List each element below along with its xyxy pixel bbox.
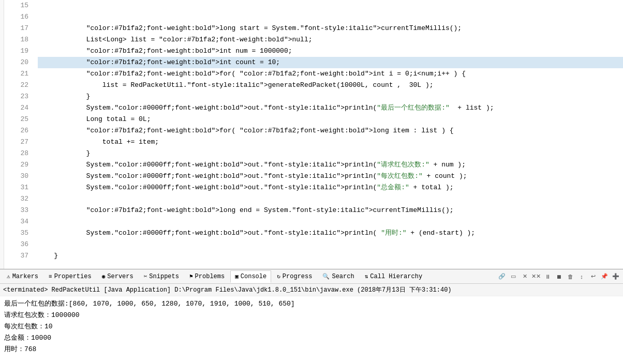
tab-callhierarchy[interactable]: ⇅Call Hierarchy bbox=[360, 270, 427, 283]
panel-toolbar: 🔗▭✕✕✕⏸⏹🗑↕↩📌➕ bbox=[428, 271, 621, 282]
clear-button[interactable]: 🗑 bbox=[565, 271, 575, 282]
bottom-panel: ⚠Markers≡Properties◉Servers✂Snippets⚑Pro… bbox=[0, 269, 623, 364]
code-line-35: System."color:#0000ff;font-weight:bold">… bbox=[38, 228, 623, 239]
line-number-25: 25 bbox=[4, 114, 28, 125]
snippets-tab-label: Snippets bbox=[149, 273, 179, 280]
tab-problems[interactable]: ⚑Problems bbox=[185, 270, 229, 283]
word-wrap-button[interactable]: ↩ bbox=[588, 271, 598, 282]
console-output-line: 每次红包数：10 bbox=[4, 321, 619, 332]
line-number-34: 34 bbox=[4, 216, 28, 228]
progress-tab-icon: ↻ bbox=[277, 273, 280, 280]
code-line-31: System."color:#0000ff;font-weight:bold">… bbox=[38, 182, 623, 193]
console-output-line: 最后一个红包的数据:[860, 1070, 1000, 650, 1280, 1… bbox=[4, 298, 619, 310]
console-tab-label: Console bbox=[241, 273, 266, 280]
line-number-~~ bbox=[4, 262, 28, 269]
snippets-tab-icon: ✂ bbox=[144, 273, 147, 280]
code-line-17: "color:#7b1fa2;font-weight:bold">long st… bbox=[38, 23, 623, 34]
new-console-button[interactable]: ➕ bbox=[611, 271, 621, 282]
code-line-22: list = RedPacketUtil."font-style:italic"… bbox=[38, 80, 623, 91]
code-line-36 bbox=[38, 239, 623, 250]
search-tab-icon: 🔍 bbox=[322, 273, 330, 280]
line-number-20: 20 bbox=[4, 57, 28, 68]
callhierarchy-tab-icon: ⇅ bbox=[365, 273, 368, 280]
markers-tab-icon: ⚠ bbox=[7, 273, 10, 280]
pin-button[interactable]: 📌 bbox=[599, 271, 610, 282]
code-line-30: System."color:#0000ff;font-weight:bold">… bbox=[38, 171, 623, 182]
close-console-button[interactable]: ✕ bbox=[520, 271, 530, 282]
console-output-line: 用时：768 bbox=[4, 344, 619, 355]
pause-button[interactable]: ⏸ bbox=[542, 271, 553, 282]
line-number-35: 35 bbox=[4, 228, 28, 239]
line-number-30: 30 bbox=[4, 171, 28, 182]
code-line-33: "color:#7b1fa2;font-weight:bold">long en… bbox=[38, 205, 623, 216]
line-number-31: 31 bbox=[4, 182, 28, 193]
line-number-15: 15 bbox=[4, 0, 28, 11]
servers-tab-label: Servers bbox=[107, 273, 133, 280]
callhierarchy-tab-label: Call Hierarchy bbox=[370, 273, 422, 280]
code-line-19: "color:#7b1fa2;font-weight:bold">int num… bbox=[38, 46, 623, 57]
line-number-37: 37 bbox=[4, 250, 28, 262]
console-header: <terminated> RedPacketUtil [Java Applica… bbox=[0, 284, 623, 296]
markers-tab-label: Markers bbox=[12, 273, 38, 280]
tab-search[interactable]: 🔍Search bbox=[318, 270, 359, 283]
progress-tab-label: Progress bbox=[283, 273, 313, 280]
code-line-21: "color:#7b1fa2;font-weight:bold">for( "c… bbox=[38, 68, 623, 80]
line-number-24: 24 bbox=[4, 102, 28, 114]
problems-tab-icon: ⚑ bbox=[189, 273, 193, 280]
link-button[interactable]: 🔗 bbox=[497, 271, 507, 282]
properties-tab-icon: ≡ bbox=[49, 274, 52, 280]
problems-tab-label: Problems bbox=[195, 273, 225, 280]
code-line-~~ bbox=[38, 262, 623, 269]
line-number-27: 27 bbox=[4, 136, 28, 148]
stop-button[interactable]: ⏹ bbox=[554, 271, 564, 282]
left-gutter bbox=[0, 0, 4, 269]
console-output-line: 总金额：10000 bbox=[4, 332, 619, 344]
line-number-32: 32 bbox=[4, 193, 28, 205]
servers-tab-icon: ◉ bbox=[102, 273, 106, 280]
tab-progress[interactable]: ↻Progress bbox=[272, 270, 317, 283]
code-line-32 bbox=[38, 193, 623, 205]
code-line-15 bbox=[38, 0, 623, 11]
tab-markers[interactable]: ⚠Markers bbox=[2, 270, 43, 283]
line-numbers: 1516171819202122232425262728293031323334… bbox=[4, 0, 33, 269]
editor-area: 1516171819202122232425262728293031323334… bbox=[0, 0, 623, 269]
code-line-24: System."color:#0000ff;font-weight:bold">… bbox=[38, 102, 623, 114]
code-line-27: total += item; bbox=[38, 136, 623, 148]
code-line-20: "color:#7b1fa2;font-weight:bold">int cou… bbox=[38, 57, 623, 68]
tab-properties[interactable]: ≡Properties bbox=[44, 270, 96, 283]
line-number-18: 18 bbox=[4, 34, 28, 46]
properties-tab-label: Properties bbox=[54, 273, 92, 280]
line-number-26: 26 bbox=[4, 125, 28, 136]
scroll-lock-button[interactable]: ↕ bbox=[576, 271, 587, 282]
console-tab-icon: ▣ bbox=[235, 273, 239, 280]
tab-servers[interactable]: ◉Servers bbox=[97, 270, 138, 283]
console-output: 最后一个红包的数据:[860, 1070, 1000, 650, 1280, 1… bbox=[0, 296, 623, 357]
line-number-16: 16 bbox=[4, 11, 28, 23]
code-content[interactable]: "color:#7b1fa2;font-weight:bold">long st… bbox=[33, 0, 623, 269]
code-line-26: "color:#7b1fa2;font-weight:bold">for( "c… bbox=[38, 125, 623, 136]
line-number-23: 23 bbox=[4, 91, 28, 102]
minimize-button[interactable]: ▭ bbox=[508, 271, 518, 282]
search-tab-label: Search bbox=[332, 273, 354, 280]
code-line-23: } bbox=[38, 91, 623, 102]
code-line-16 bbox=[38, 11, 623, 23]
line-number-29: 29 bbox=[4, 159, 28, 171]
close-all-button[interactable]: ✕✕ bbox=[531, 271, 541, 282]
tab-snippets[interactable]: ✂Snippets bbox=[139, 270, 184, 283]
code-line-34 bbox=[38, 216, 623, 228]
line-number-28: 28 bbox=[4, 148, 28, 159]
line-number-36: 36 bbox=[4, 239, 28, 250]
line-number-19: 19 bbox=[4, 46, 28, 57]
code-line-18: List<Long> list = "color:#7b1fa2;font-we… bbox=[38, 34, 623, 46]
panel-tabs: ⚠Markers≡Properties◉Servers✂Snippets⚑Pro… bbox=[0, 269, 623, 284]
line-number-17: 17 bbox=[4, 23, 28, 34]
code-line-29: System."color:#0000ff;font-weight:bold">… bbox=[38, 159, 623, 171]
line-number-33: 33 bbox=[4, 205, 28, 216]
line-number-22: 22 bbox=[4, 80, 28, 91]
code-line-28: } bbox=[38, 148, 623, 159]
tab-console[interactable]: ▣Console bbox=[230, 270, 271, 283]
console-output-line: 请求红包次数：1000000 bbox=[4, 310, 619, 321]
code-line-25: Long total = 0L; bbox=[38, 114, 623, 125]
code-line-37: } bbox=[38, 250, 623, 262]
line-number-21: 21 bbox=[4, 68, 28, 80]
